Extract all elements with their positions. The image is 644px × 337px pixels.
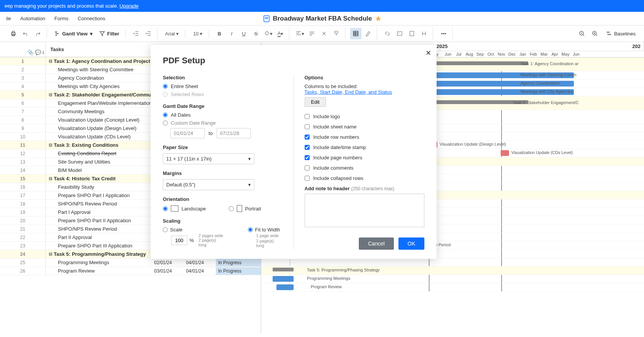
task-name-cell[interactable]: Programming Meetings [46,258,152,266]
scale-percent-input[interactable] [171,236,187,245]
menu-connections[interactable]: Connections [78,16,105,21]
radio-scale[interactable] [163,227,168,232]
close-icon[interactable]: ✕ [426,49,431,57]
columns-link[interactable]: Tasks, Start Date, End Date, and Status [305,89,392,95]
check-page-numbers[interactable] [305,155,310,160]
gantt-bar[interactable]: Meetings with City Agencies [433,89,574,95]
task-name-cell[interactable]: Prepare SHPO Part III Application [46,242,152,250]
header-note-textarea[interactable] [305,194,425,227]
gantt-bar[interactable]: Task 1: Agency Coordination ar [433,61,528,65]
check-datetime[interactable] [305,145,310,150]
check-logo[interactable] [305,114,310,119]
zoom-in-icon[interactable] [589,28,601,39]
ok-button[interactable]: OK [398,238,424,250]
text-color-icon[interactable]: A▾ [275,28,286,39]
gantt-bar[interactable]: Task 2: Stakeholder Engagement/C [433,100,528,104]
gantt-bar[interactable]: Visualization Update (CDs Level) [501,150,509,156]
menubar: ile Automation Forms Connections Broadwa… [0,12,644,26]
align-icon[interactable]: ▾ [294,28,305,39]
indent-icon[interactable] [143,28,154,39]
gantt-bar[interactable]: Agency Coordination [433,81,574,87]
font-family-select[interactable]: Arial ▾ [162,29,182,38]
redo-icon[interactable] [32,28,43,39]
papersize-select[interactable]: 11 × 17 (11in x 17in)▾ [163,153,254,164]
landscape-icon [171,205,178,212]
clear-format-icon[interactable] [318,28,330,39]
row-number: 2 [0,66,46,74]
filter-button[interactable]: Filter [96,29,122,38]
baselines-button[interactable]: Baselines [602,29,639,38]
collapse-icon[interactable]: ⊟ [49,59,52,64]
row-number: 1 [0,58,46,65]
format-painter-icon[interactable] [331,28,342,39]
radio-portrait[interactable] [229,206,234,211]
undo-icon[interactable] [20,28,31,39]
collapse-icon[interactable]: ⊟ [49,143,52,148]
underline-icon[interactable]: U [238,28,249,39]
daterange-label: Gantt Date Range [163,103,283,109]
font-size-select[interactable]: 10 ▾ [190,29,206,38]
status-cell[interactable]: In Progress [216,267,261,275]
menu-file[interactable]: ile [6,16,11,21]
collapse-icon[interactable]: ⊟ [49,252,52,257]
check-sheet-name[interactable] [305,124,310,129]
radio-fit-width[interactable] [248,227,253,232]
radio-entire-sheet[interactable] [163,84,168,89]
favorite-star-icon[interactable]: ★ [375,14,381,23]
image-icon[interactable] [394,28,405,39]
date-from-input[interactable] [170,128,205,138]
italic-icon[interactable]: I [226,28,237,39]
bold-icon[interactable]: B [214,28,225,39]
task-name-cell[interactable]: SHPO/NPS Review Period [46,225,152,233]
attachment-icon[interactable] [406,28,418,39]
collapse-icon[interactable]: ⊟ [49,92,52,97]
start-date-cell[interactable]: 02/01/24 [152,259,184,266]
svg-rect-11 [397,32,402,35]
month-header: Jun [443,51,453,57]
edit-columns-button[interactable]: Edit [305,97,326,107]
fill-color-icon[interactable]: ▾ [262,28,274,39]
highlight-icon[interactable] [362,28,374,39]
task-name-cell[interactable]: Part II Approval [46,233,152,241]
menu-automation[interactable]: Automation [20,16,45,21]
collapse-icon[interactable]: ⊟ [49,176,52,181]
strikethrough-icon[interactable]: S [250,28,262,39]
radio-custom-range[interactable] [163,120,168,125]
cancel-button[interactable]: Cancel [359,238,394,250]
svg-point-12 [398,33,399,34]
zoom-out-icon[interactable] [576,28,588,39]
start-date-cell[interactable]: 03/01/24 [152,267,184,275]
gantt-bar[interactable]: Task 5: Programming/Phasing Strategy [273,268,294,271]
link-icon[interactable] [382,28,393,39]
check-comments[interactable] [305,165,310,170]
task-name-cell[interactable]: Program Review [46,267,152,275]
view-switcher[interactable]: Gantt View ▾ [51,29,96,38]
table-row[interactable]: 25Programming Meetings02/01/2404/01/24In… [0,258,261,267]
sheet-icon [263,15,270,22]
print-icon[interactable] [8,28,19,39]
radio-landscape[interactable] [163,206,168,211]
symbol-icon[interactable] [418,28,430,39]
end-date-cell[interactable]: 04/01/24 [184,259,216,266]
more-icon[interactable]: ••• [438,28,449,39]
radio-all-dates[interactable] [163,112,168,117]
gantt-bar[interactable]: Program Review [276,284,294,290]
gantt-icon [55,31,60,36]
selection-label: Selection [163,75,283,80]
bar-label: Program Review [311,284,342,289]
menu-forms[interactable]: Forms [55,16,69,21]
gantt-bar[interactable]: Programming Meetings [273,276,294,282]
end-date-cell[interactable]: 04/01/24 [184,267,216,275]
check-row-numbers[interactable] [305,135,310,140]
margins-select[interactable]: Default (0.5")▾ [163,179,254,190]
date-to-input[interactable] [217,128,251,138]
check-collapsed[interactable] [305,176,310,181]
table-row[interactable]: 26Program Review03/01/2404/01/24In Progr… [0,267,261,275]
status-cell[interactable]: In Progress [216,259,261,266]
wrap-icon[interactable] [306,28,318,39]
outdent-icon[interactable] [130,28,142,39]
grid-view-icon[interactable] [350,28,361,39]
upgrade-link[interactable]: Upgrade [119,3,138,9]
upgrade-banner: eep managing your projects and process t… [0,0,644,12]
gantt-bar[interactable]: Meetings with Steering Comm [433,72,574,78]
